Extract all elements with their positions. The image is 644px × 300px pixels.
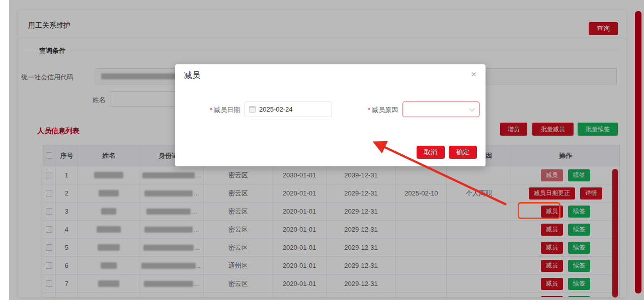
highlight-box-annotation [518,202,560,219]
remove-person-modal: 减员 × *减员日期 2025-02-24 *减员原因 取消 确定 [175,64,486,166]
remove-date-value: 2025-02-24 [259,106,293,113]
confirm-button[interactable]: 确定 [449,146,477,159]
remove-reason-label: *减员原因 [343,106,398,115]
cancel-button[interactable]: 取消 [417,146,445,159]
remove-date-input[interactable]: 2025-02-24 [245,102,332,117]
calendar-icon [249,106,256,113]
required-asterisk: * [368,106,370,114]
modal-title: 减员 [184,70,200,81]
employment-maintenance-page: 用工关系维护 查询 查询条件 统一社会信用代码 姓名 人员信息列表 增员 批量减… [0,0,644,300]
close-icon[interactable]: × [471,69,476,79]
remove-reason-select[interactable] [403,102,479,117]
remove-date-label: *减员日期 [192,106,240,115]
chevron-down-icon [469,106,474,111]
required-asterisk: * [210,106,212,114]
